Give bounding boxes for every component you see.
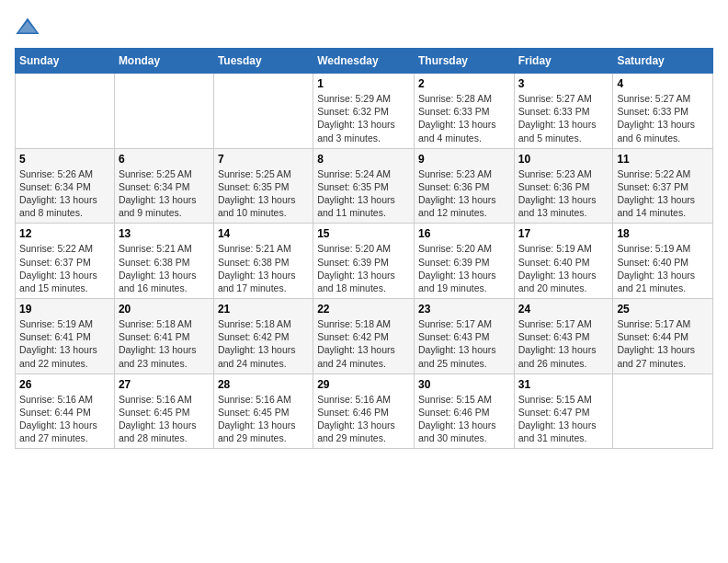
- calendar-cell: 5Sunrise: 5:26 AM Sunset: 6:34 PM Daylig…: [16, 148, 115, 224]
- day-info: Sunrise: 5:22 AM Sunset: 6:37 PM Dayligh…: [617, 167, 709, 220]
- calendar-cell: 16Sunrise: 5:20 AM Sunset: 6:39 PM Dayli…: [414, 224, 514, 299]
- page-header: [15, 15, 713, 40]
- day-number: 26: [19, 378, 110, 391]
- day-info: Sunrise: 5:16 AM Sunset: 6:45 PM Dayligh…: [119, 393, 210, 445]
- day-info: Sunrise: 5:19 AM Sunset: 6:40 PM Dayligh…: [518, 242, 609, 294]
- day-info: Sunrise: 5:19 AM Sunset: 6:40 PM Dayligh…: [617, 242, 709, 294]
- day-number: 13: [119, 227, 210, 240]
- calendar-cell: 7Sunrise: 5:25 AM Sunset: 6:35 PM Daylig…: [213, 148, 313, 224]
- day-number: 5: [19, 153, 110, 166]
- calendar-cell: 27Sunrise: 5:16 AM Sunset: 6:45 PM Dayli…: [114, 373, 213, 449]
- calendar-cell: 11Sunrise: 5:22 AM Sunset: 6:37 PM Dayli…: [613, 148, 713, 224]
- day-info: Sunrise: 5:23 AM Sunset: 6:36 PM Dayligh…: [518, 167, 609, 220]
- day-number: 3: [518, 77, 609, 90]
- day-number: 11: [617, 153, 709, 166]
- calendar-cell: 9Sunrise: 5:23 AM Sunset: 6:36 PM Daylig…: [414, 148, 514, 224]
- calendar-cell: 25Sunrise: 5:17 AM Sunset: 6:44 PM Dayli…: [613, 299, 713, 374]
- day-number: 24: [518, 303, 609, 316]
- day-number: 4: [617, 77, 709, 90]
- day-number: 7: [218, 153, 309, 166]
- logo-icon: [15, 15, 40, 40]
- day-info: Sunrise: 5:26 AM Sunset: 6:34 PM Dayligh…: [19, 167, 110, 220]
- weekday-header: Saturday: [613, 49, 713, 74]
- weekday-header: Thursday: [414, 49, 514, 74]
- calendar-cell: 15Sunrise: 5:20 AM Sunset: 6:39 PM Dayli…: [313, 224, 415, 299]
- calendar-cell: 17Sunrise: 5:19 AM Sunset: 6:40 PM Dayli…: [514, 224, 613, 299]
- calendar-cell: 31Sunrise: 5:15 AM Sunset: 6:47 PM Dayli…: [514, 373, 613, 449]
- day-number: 6: [119, 153, 210, 166]
- day-info: Sunrise: 5:18 AM Sunset: 6:41 PM Dayligh…: [119, 317, 210, 370]
- calendar-week-row: 5Sunrise: 5:26 AM Sunset: 6:34 PM Daylig…: [16, 148, 713, 224]
- calendar-cell: 19Sunrise: 5:19 AM Sunset: 6:41 PM Dayli…: [16, 299, 115, 374]
- day-number: 28: [218, 378, 309, 391]
- day-info: Sunrise: 5:16 AM Sunset: 6:44 PM Dayligh…: [19, 393, 110, 445]
- day-info: Sunrise: 5:20 AM Sunset: 6:39 PM Dayligh…: [317, 242, 410, 294]
- day-number: 10: [518, 153, 609, 166]
- day-number: 30: [418, 378, 510, 391]
- calendar-cell: 13Sunrise: 5:21 AM Sunset: 6:38 PM Dayli…: [114, 224, 213, 299]
- calendar-cell: 10Sunrise: 5:23 AM Sunset: 6:36 PM Dayli…: [514, 148, 613, 224]
- day-info: Sunrise: 5:20 AM Sunset: 6:39 PM Dayligh…: [418, 242, 510, 294]
- weekday-header: Friday: [514, 49, 613, 74]
- calendar-cell: 8Sunrise: 5:24 AM Sunset: 6:35 PM Daylig…: [313, 148, 415, 224]
- weekday-header: Tuesday: [213, 49, 313, 74]
- day-number: 21: [218, 303, 309, 316]
- calendar-cell: [16, 74, 115, 149]
- day-number: 18: [617, 227, 709, 240]
- calendar-week-row: 19Sunrise: 5:19 AM Sunset: 6:41 PM Dayli…: [16, 299, 713, 374]
- day-number: 19: [19, 303, 110, 316]
- day-info: Sunrise: 5:24 AM Sunset: 6:35 PM Dayligh…: [317, 167, 410, 220]
- weekday-header: Monday: [114, 49, 213, 74]
- day-info: Sunrise: 5:18 AM Sunset: 6:42 PM Dayligh…: [317, 317, 410, 370]
- day-number: 8: [317, 153, 410, 166]
- day-info: Sunrise: 5:23 AM Sunset: 6:36 PM Dayligh…: [418, 167, 510, 220]
- day-number: 27: [119, 378, 210, 391]
- day-number: 17: [518, 227, 609, 240]
- calendar-cell: 26Sunrise: 5:16 AM Sunset: 6:44 PM Dayli…: [16, 373, 115, 449]
- day-number: 9: [418, 153, 510, 166]
- calendar-cell: 14Sunrise: 5:21 AM Sunset: 6:38 PM Dayli…: [213, 224, 313, 299]
- calendar-cell: 3Sunrise: 5:27 AM Sunset: 6:33 PM Daylig…: [514, 74, 613, 149]
- day-number: 15: [317, 227, 410, 240]
- calendar-cell: 24Sunrise: 5:17 AM Sunset: 6:43 PM Dayli…: [514, 299, 613, 374]
- calendar-cell: [613, 373, 713, 449]
- calendar-cell: 6Sunrise: 5:25 AM Sunset: 6:34 PM Daylig…: [114, 148, 213, 224]
- calendar-cell: 2Sunrise: 5:28 AM Sunset: 6:33 PM Daylig…: [414, 74, 514, 149]
- calendar-cell: 4Sunrise: 5:27 AM Sunset: 6:33 PM Daylig…: [613, 74, 713, 149]
- day-info: Sunrise: 5:27 AM Sunset: 6:33 PM Dayligh…: [518, 92, 609, 144]
- calendar-cell: 21Sunrise: 5:18 AM Sunset: 6:42 PM Dayli…: [213, 299, 313, 374]
- calendar-week-row: 1Sunrise: 5:29 AM Sunset: 6:32 PM Daylig…: [16, 74, 713, 149]
- day-info: Sunrise: 5:29 AM Sunset: 6:32 PM Dayligh…: [317, 92, 410, 144]
- day-number: 29: [317, 378, 410, 391]
- calendar-cell: 28Sunrise: 5:16 AM Sunset: 6:45 PM Dayli…: [213, 373, 313, 449]
- calendar-week-row: 26Sunrise: 5:16 AM Sunset: 6:44 PM Dayli…: [16, 373, 713, 449]
- calendar-table: SundayMondayTuesdayWednesdayThursdayFrid…: [15, 48, 713, 449]
- day-info: Sunrise: 5:22 AM Sunset: 6:37 PM Dayligh…: [19, 242, 110, 294]
- calendar-cell: 29Sunrise: 5:16 AM Sunset: 6:46 PM Dayli…: [313, 373, 415, 449]
- calendar-cell: 23Sunrise: 5:17 AM Sunset: 6:43 PM Dayli…: [414, 299, 514, 374]
- day-number: 22: [317, 303, 410, 316]
- calendar-cell: [213, 74, 313, 149]
- calendar-cell: 30Sunrise: 5:15 AM Sunset: 6:46 PM Dayli…: [414, 373, 514, 449]
- day-info: Sunrise: 5:25 AM Sunset: 6:34 PM Dayligh…: [119, 167, 210, 220]
- logo: [15, 15, 44, 40]
- day-info: Sunrise: 5:15 AM Sunset: 6:47 PM Dayligh…: [518, 393, 609, 445]
- day-info: Sunrise: 5:16 AM Sunset: 6:45 PM Dayligh…: [218, 393, 309, 445]
- calendar-cell: 22Sunrise: 5:18 AM Sunset: 6:42 PM Dayli…: [313, 299, 415, 374]
- day-number: 25: [617, 303, 709, 316]
- calendar-cell: [114, 74, 213, 149]
- day-info: Sunrise: 5:17 AM Sunset: 6:43 PM Dayligh…: [518, 317, 609, 370]
- day-number: 31: [518, 378, 609, 391]
- day-info: Sunrise: 5:17 AM Sunset: 6:43 PM Dayligh…: [418, 317, 510, 370]
- day-info: Sunrise: 5:16 AM Sunset: 6:46 PM Dayligh…: [317, 393, 410, 445]
- day-info: Sunrise: 5:27 AM Sunset: 6:33 PM Dayligh…: [617, 92, 709, 144]
- day-info: Sunrise: 5:28 AM Sunset: 6:33 PM Dayligh…: [418, 92, 510, 144]
- calendar-cell: 18Sunrise: 5:19 AM Sunset: 6:40 PM Dayli…: [613, 224, 713, 299]
- day-info: Sunrise: 5:19 AM Sunset: 6:41 PM Dayligh…: [19, 317, 110, 370]
- day-number: 2: [418, 77, 510, 90]
- calendar-cell: 1Sunrise: 5:29 AM Sunset: 6:32 PM Daylig…: [313, 74, 415, 149]
- day-info: Sunrise: 5:15 AM Sunset: 6:46 PM Dayligh…: [418, 393, 510, 445]
- calendar-week-row: 12Sunrise: 5:22 AM Sunset: 6:37 PM Dayli…: [16, 224, 713, 299]
- day-info: Sunrise: 5:17 AM Sunset: 6:44 PM Dayligh…: [617, 317, 709, 370]
- day-info: Sunrise: 5:18 AM Sunset: 6:42 PM Dayligh…: [218, 317, 309, 370]
